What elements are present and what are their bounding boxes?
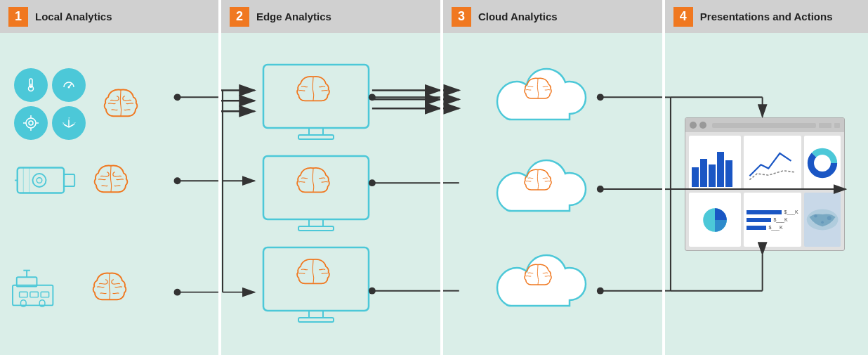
svg-rect-24	[13, 285, 53, 306]
section-local: 1 Local Analytics	[0, 0, 218, 355]
section-body-cloud	[443, 33, 662, 355]
svg-rect-27	[30, 292, 38, 297]
svg-point-82	[821, 221, 824, 224]
svg-rect-17	[18, 168, 64, 193]
svg-point-37	[174, 177, 181, 184]
svg-rect-47	[298, 318, 334, 322]
section-body-edge	[221, 33, 440, 355]
svg-rect-46	[309, 311, 323, 318]
svg-point-5	[26, 118, 36, 128]
section-title-local: Local Analytics	[35, 11, 112, 22]
main-container: 1 Local Analytics	[0, 0, 868, 355]
section-presentations: 4 Presentations and Actions	[665, 0, 868, 355]
section-number-3: 3	[452, 7, 471, 27]
axes-icon: x y z	[52, 106, 86, 140]
svg-point-36	[174, 93, 181, 101]
edge-monitor-2	[256, 153, 376, 240]
svg-rect-26	[20, 292, 27, 297]
section-number-4: 4	[673, 7, 693, 27]
section-body-local: x y z	[0, 33, 218, 355]
svg-rect-43	[309, 219, 323, 226]
gauge-icon	[52, 68, 86, 102]
section-title-cloud: Cloud Analytics	[478, 11, 558, 22]
svg-point-6	[29, 121, 33, 125]
svg-rect-28	[41, 292, 48, 297]
thermometer-icon	[14, 68, 48, 102]
svg-point-80	[814, 214, 817, 217]
edge-monitor-3	[256, 244, 376, 331]
svg-rect-18	[64, 174, 74, 186]
svg-text:z: z	[68, 116, 70, 120]
svg-rect-45	[263, 247, 369, 311]
svg-point-81	[827, 216, 831, 220]
section-body-presentations: $___K $___K $___K	[665, 33, 868, 355]
svg-rect-42	[263, 156, 369, 219]
crosshair-icon	[14, 106, 48, 140]
machine-icon	[8, 265, 79, 311]
section-edge: 2 Edge Analytics	[221, 0, 440, 355]
svg-rect-40	[309, 128, 323, 135]
svg-line-11	[64, 124, 69, 127]
svg-point-38	[174, 289, 181, 296]
svg-rect-41	[298, 135, 334, 139]
svg-rect-39	[263, 65, 369, 128]
svg-rect-44	[298, 226, 334, 231]
svg-point-4	[68, 86, 70, 89]
cloud-1	[461, 58, 601, 145]
svg-point-20	[37, 178, 42, 183]
edge-monitor-1	[256, 61, 376, 148]
section-title-presentations: Presentations and Actions	[700, 11, 833, 22]
section-cloud: 3 Cloud Analytics	[443, 0, 662, 355]
section-header-presentations: 4 Presentations and Actions	[665, 0, 868, 33]
brain-local-1	[100, 84, 142, 125]
brain-local-2	[90, 160, 132, 201]
motor-icon	[14, 161, 77, 200]
svg-point-19	[33, 174, 46, 187]
cloud-2	[461, 149, 601, 236]
cloud-3	[461, 244, 601, 331]
section-header-edge: 2 Edge Analytics	[221, 0, 440, 33]
sensor-icons-top: x y z	[14, 68, 86, 140]
svg-text:y: y	[74, 121, 76, 125]
section-number-1: 1	[8, 7, 28, 27]
brain-local-3	[88, 267, 131, 309]
svg-line-12	[69, 124, 74, 127]
section-header-local: 1 Local Analytics	[0, 0, 218, 33]
section-number-2: 2	[230, 7, 249, 27]
section-header-cloud: 3 Cloud Analytics	[443, 0, 662, 33]
section-title-edge: Edge Analytics	[256, 11, 331, 22]
dashboard-panel: $___K $___K $___K	[685, 117, 845, 251]
